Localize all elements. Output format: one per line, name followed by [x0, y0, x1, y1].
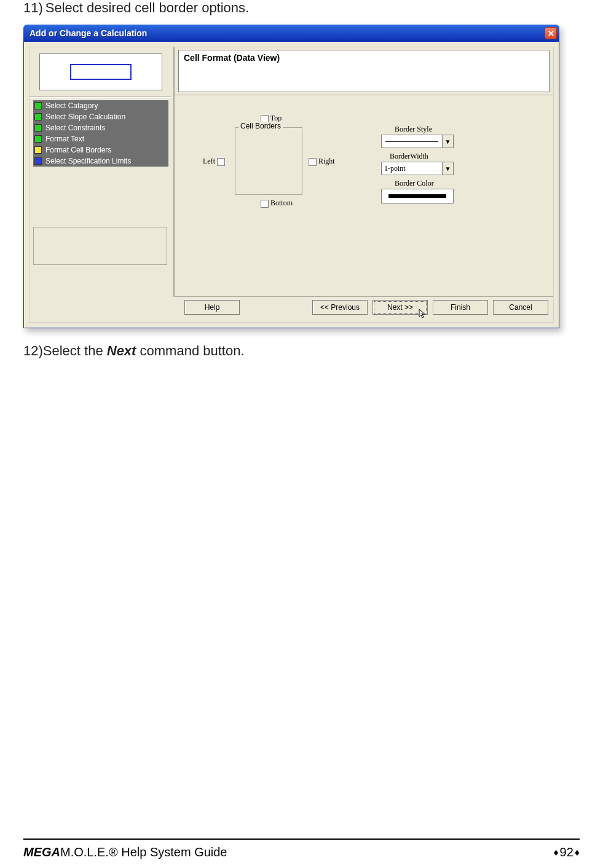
- square-icon: [34, 157, 42, 165]
- border-width-label: BorderWidth: [390, 152, 428, 161]
- cell-borders-group: [235, 127, 302, 195]
- step-item-constraints[interactable]: Select Constraints: [33, 122, 168, 133]
- button-bar: Help << Previous Next >> Finish Cancel: [173, 296, 553, 317]
- chevron-down-icon: ▼: [442, 162, 453, 175]
- checkbox-left-label: Left: [203, 157, 215, 165]
- square-icon: [34, 113, 42, 120]
- border-style-label: Border Style: [395, 125, 432, 134]
- step-label: Select Slope Calculation: [45, 112, 125, 121]
- instruction-12-bold: Next: [107, 343, 136, 358]
- checkbox-right-label: Right: [318, 157, 335, 165]
- help-button[interactable]: Help: [184, 300, 240, 315]
- footer-right: ♦ 92 ♦: [553, 845, 580, 859]
- cursor-icon: [419, 309, 427, 319]
- border-width-select[interactable]: 1-point ▼: [381, 162, 454, 175]
- preview-cell: [70, 64, 132, 80]
- cancel-button-label: Cancel: [509, 303, 532, 312]
- step-label: Select Specification Limits: [45, 157, 131, 165]
- close-button[interactable]: ✕: [545, 27, 557, 39]
- next-button-label: Next >>: [387, 303, 413, 312]
- diamond-icon: ♦: [553, 847, 558, 858]
- instruction-11: 11)Select desired cell border options.: [23, 0, 580, 16]
- footer-left: MEGAM.O.L.E.® Help System Guide: [23, 845, 227, 859]
- cancel-button[interactable]: Cancel: [493, 300, 548, 315]
- step-label: Select Catagory: [45, 101, 98, 110]
- checkbox-icon: [309, 158, 317, 166]
- step-label: Format Text: [45, 135, 84, 143]
- instruction-12-suffix: command button.: [136, 343, 244, 358]
- instruction-12-num: 12): [23, 343, 43, 358]
- finish-button-label: Finish: [451, 303, 470, 312]
- sidebar-divider: [30, 97, 171, 98]
- checkbox-bottom-label: Bottom: [270, 199, 293, 207]
- border-width-value: 1-point: [384, 164, 442, 173]
- border-style-line-icon: [385, 141, 438, 142]
- main-panel: Cell Format (Data View) Top Left Right: [173, 47, 553, 296]
- step-list: Select Catagory Select Slope Calculation…: [33, 100, 168, 167]
- sidebar: Select Catagory Select Slope Calculation…: [30, 47, 171, 296]
- border-color-label: Border Color: [395, 179, 434, 188]
- page-number: 92: [560, 845, 573, 859]
- titlebar: Add or Change a Calculation ✕: [23, 25, 559, 42]
- sidebar-bottom-well: [33, 227, 167, 265]
- step-item-spec-limits[interactable]: Select Specification Limits: [33, 156, 168, 167]
- square-icon: [34, 124, 42, 132]
- step-item-category[interactable]: Select Catagory: [33, 100, 168, 111]
- step-item-slope[interactable]: Select Slope Calculation: [33, 111, 168, 122]
- footer: MEGAM.O.L.E.® Help System Guide ♦ 92 ♦: [23, 845, 580, 859]
- instruction-12: 12)Select the Next command button.: [23, 343, 580, 359]
- border-style-select[interactable]: ▼: [381, 135, 454, 148]
- checkbox-bottom[interactable]: Bottom: [261, 199, 293, 208]
- preview-box: [39, 53, 162, 90]
- checkbox-icon: [217, 158, 225, 166]
- next-button[interactable]: Next >>: [372, 300, 428, 315]
- step-label: Select Constraints: [45, 124, 105, 132]
- checkbox-icon: [261, 200, 269, 208]
- footer-plain: M.O.L.E.® Help System Guide: [60, 845, 227, 859]
- checkbox-left[interactable]: Left: [203, 157, 225, 166]
- previous-button[interactable]: << Previous: [312, 300, 368, 315]
- finish-button[interactable]: Finish: [433, 300, 488, 315]
- checkbox-top-label: Top: [270, 114, 282, 122]
- instruction-11-text: Select desired cell border options.: [45, 0, 249, 15]
- footer-bold: MEGA: [23, 845, 60, 859]
- cell-borders-group-label: Cell Borders: [238, 122, 283, 130]
- step-label: Format Cell Borders: [45, 146, 111, 154]
- dialog-screenshot: Add or Change a Calculation ✕ Select Cat…: [23, 25, 559, 328]
- main-header-text: Cell Format (Data View): [178, 50, 550, 92]
- square-icon: [34, 135, 42, 143]
- main-header: Cell Format (Data View): [175, 47, 553, 95]
- dialog-body: Select Catagory Select Slope Calculation…: [23, 42, 559, 328]
- svg-marker-0: [419, 309, 425, 318]
- previous-button-label: << Previous: [320, 303, 360, 312]
- instruction-12-prefix: Select the: [43, 343, 107, 358]
- chevron-down-icon: ▼: [442, 135, 453, 148]
- step-item-cell-borders[interactable]: Format Cell Borders: [33, 144, 168, 156]
- checkbox-right[interactable]: Right: [309, 157, 335, 166]
- footer-divider: [23, 838, 580, 840]
- help-button-label: Help: [205, 303, 220, 312]
- inner-panel: Select Catagory Select Slope Calculation…: [29, 47, 554, 323]
- close-icon: ✕: [548, 29, 554, 38]
- step-item-format-text[interactable]: Format Text: [33, 133, 168, 144]
- diamond-icon: ♦: [575, 847, 580, 858]
- border-color-bar-icon: [388, 194, 446, 198]
- square-icon: [34, 102, 42, 109]
- instruction-11-num: 11): [23, 0, 43, 15]
- titlebar-text: Add or Change a Calculation: [30, 28, 545, 38]
- border-color-swatch[interactable]: [381, 189, 454, 203]
- square-icon: [34, 146, 42, 154]
